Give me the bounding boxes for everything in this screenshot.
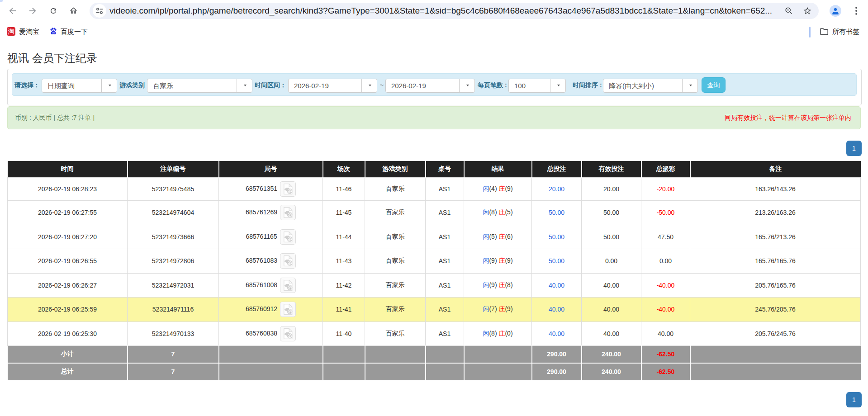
svg-text:du: du	[52, 32, 55, 34]
